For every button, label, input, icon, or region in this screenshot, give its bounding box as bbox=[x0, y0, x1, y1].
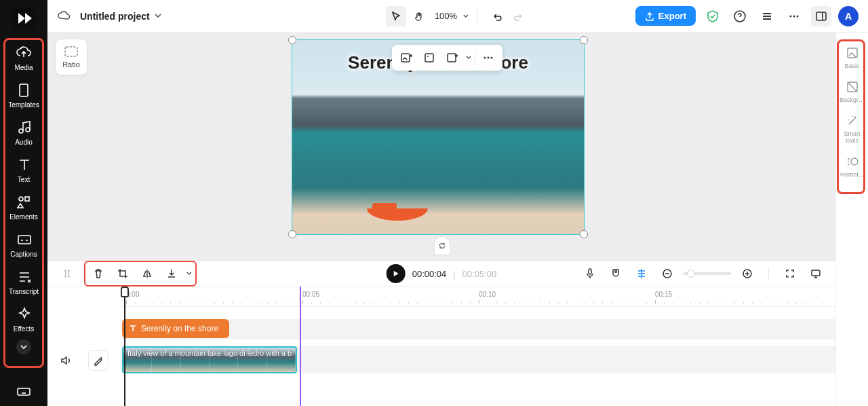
sidebar-item-effects[interactable]: Effects bbox=[3, 299, 44, 337]
ruler-minor-tick bbox=[629, 302, 629, 304]
pointer-tool-button[interactable] bbox=[386, 6, 406, 26]
security-button[interactable] bbox=[703, 6, 723, 26]
crop-button[interactable] bbox=[113, 263, 133, 284]
ruler-minor-tick bbox=[373, 302, 374, 304]
export-button[interactable]: Export bbox=[635, 6, 696, 26]
start-marker[interactable] bbox=[124, 287, 125, 406]
sidebar-item-text[interactable]: Text bbox=[3, 150, 44, 187]
rp-label: Smart tools bbox=[839, 130, 866, 144]
keyboard-icon bbox=[16, 384, 31, 399]
ruler-label: 00:15 bbox=[655, 291, 672, 298]
sidebar-more-button[interactable] bbox=[16, 339, 31, 354]
ruler-minor-tick bbox=[823, 302, 823, 304]
sidebar-item-captions[interactable]: Captions bbox=[3, 225, 44, 262]
sidebar-item-audio[interactable]: Audio bbox=[3, 113, 44, 150]
delete-button[interactable] bbox=[88, 263, 108, 284]
svg-point-3 bbox=[19, 197, 23, 201]
hand-tool-button[interactable] bbox=[409, 6, 429, 26]
sidebar-item-templates[interactable]: Templates bbox=[3, 75, 44, 113]
cloud-icon bbox=[57, 8, 71, 22]
speaker-icon bbox=[60, 354, 72, 367]
resize-handle[interactable] bbox=[580, 230, 588, 238]
video-clip[interactable]: Italy view of a mountain lake lago di le… bbox=[122, 346, 297, 373]
timeline-zoom-slider[interactable] bbox=[683, 272, 732, 275]
header-center-controls: 100% bbox=[386, 6, 530, 26]
timeline-toolbar: 00:00:04 | 00:05:00 bbox=[47, 261, 835, 287]
rp-item-background[interactable]: Backgr… bbox=[839, 75, 866, 109]
media-ai-button[interactable] bbox=[442, 48, 462, 68]
sidebar-item-media[interactable]: Media bbox=[3, 38, 44, 75]
resize-handle[interactable] bbox=[288, 36, 296, 44]
voiceover-button[interactable] bbox=[580, 263, 600, 284]
resize-handle[interactable] bbox=[580, 36, 588, 44]
zoom-dropdown[interactable] bbox=[462, 10, 469, 22]
history-button[interactable] bbox=[757, 6, 777, 26]
ruler-minor-tick bbox=[311, 302, 312, 304]
preview-mode-button[interactable] bbox=[806, 263, 826, 284]
slider-knob[interactable] bbox=[687, 270, 695, 278]
download-button[interactable] bbox=[161, 263, 182, 284]
ruler-minor-tick bbox=[364, 302, 365, 304]
rp-label: Animat… bbox=[840, 171, 865, 178]
keyboard-shortcuts-button[interactable] bbox=[14, 383, 34, 401]
ruler-tick bbox=[479, 300, 479, 304]
split-button[interactable] bbox=[57, 263, 77, 284]
left-sidebar: Media Templates Audio Text Elements Capt… bbox=[0, 0, 47, 406]
ruler-minor-tick bbox=[452, 302, 453, 304]
track-align-button[interactable] bbox=[631, 263, 652, 284]
canvas-zoom[interactable]: 100% bbox=[435, 11, 457, 21]
zoom-in-button[interactable] bbox=[737, 263, 757, 284]
playhead-handle[interactable] bbox=[121, 287, 129, 297]
replace-media-button[interactable] bbox=[396, 48, 416, 68]
zoom-out-button[interactable] bbox=[657, 263, 677, 284]
rp-item-basic[interactable]: Basic bbox=[839, 41, 866, 75]
cloud-sync-button[interactable] bbox=[57, 8, 71, 24]
playhead[interactable] bbox=[300, 287, 301, 406]
mirror-button[interactable] bbox=[137, 263, 157, 284]
top-header: Untitled project 100% Export bbox=[47, 0, 868, 33]
download-dropdown[interactable] bbox=[186, 267, 193, 280]
project-title-dropdown[interactable] bbox=[154, 10, 162, 22]
chevron-down-icon bbox=[19, 342, 28, 352]
magnet-button[interactable] bbox=[606, 263, 626, 284]
ruler-minor-tick bbox=[338, 302, 338, 304]
pencil-icon bbox=[93, 355, 104, 366]
toggle-panels-button[interactable] bbox=[811, 6, 831, 26]
avatar[interactable]: A bbox=[838, 6, 859, 26]
rp-item-smart-tools[interactable]: Smart tools bbox=[839, 109, 866, 149]
right-property-panel: Basic Backgr… Smart tools Animat… bbox=[835, 33, 868, 406]
sidebar-item-transcript[interactable]: Transcript bbox=[3, 262, 44, 299]
expand-icon bbox=[785, 268, 795, 279]
ruler-minor-tick bbox=[205, 302, 206, 304]
ruler-minor-tick bbox=[188, 302, 189, 304]
text-clip[interactable]: Serenity on the shore bbox=[122, 319, 229, 338]
redo-button[interactable] bbox=[509, 6, 530, 26]
canvas-more-button[interactable] bbox=[478, 48, 498, 68]
ruler-minor-tick bbox=[496, 302, 497, 304]
help-button[interactable] bbox=[730, 6, 750, 26]
rp-item-animation[interactable]: Animat… bbox=[839, 149, 866, 183]
trash-icon bbox=[93, 268, 104, 279]
pointer-icon bbox=[391, 11, 401, 22]
music-icon bbox=[16, 119, 31, 134]
play-button[interactable] bbox=[387, 264, 406, 283]
resize-handle[interactable] bbox=[288, 230, 296, 238]
mute-track-button[interactable] bbox=[57, 353, 75, 368]
sidebar-item-elements[interactable]: Elements bbox=[3, 187, 44, 225]
media-ai-dropdown[interactable] bbox=[465, 52, 472, 64]
timeline-ruler[interactable]: 0:0000:0500:1000:15 bbox=[122, 287, 835, 307]
sidebar-item-label: Audio bbox=[15, 139, 33, 146]
fit-timeline-button[interactable] bbox=[780, 263, 800, 284]
crop-media-button[interactable] bbox=[419, 48, 439, 68]
app-logo bbox=[12, 7, 35, 30]
undo-button[interactable] bbox=[486, 6, 507, 26]
sidebar-item-label: Effects bbox=[14, 325, 34, 333]
shield-check-icon bbox=[706, 10, 719, 23]
restore-handle[interactable] bbox=[434, 236, 450, 255]
more-button[interactable] bbox=[784, 6, 804, 26]
project-title[interactable]: Untitled project bbox=[80, 11, 150, 22]
ratio-button[interactable]: Ratio bbox=[56, 39, 87, 75]
image-crop-icon bbox=[423, 52, 435, 64]
edit-track-button[interactable] bbox=[88, 350, 108, 371]
ruler-minor-tick bbox=[726, 302, 726, 304]
